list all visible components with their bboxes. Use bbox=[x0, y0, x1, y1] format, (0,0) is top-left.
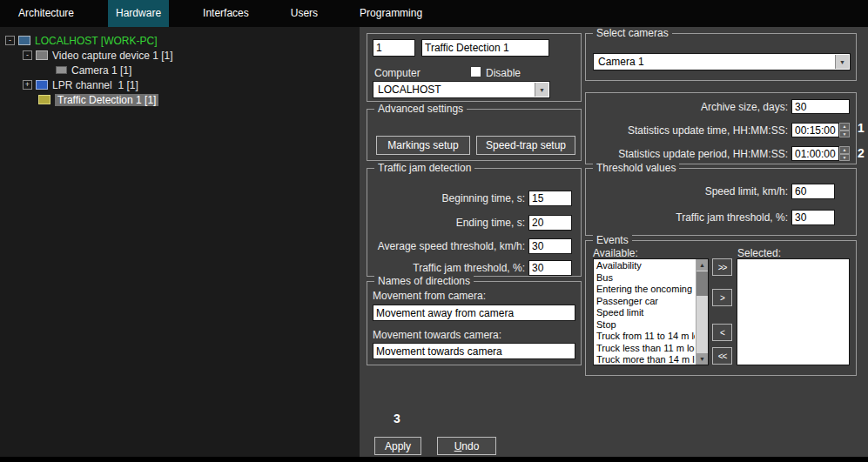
collapse-icon[interactable]: - bbox=[5, 36, 15, 45]
device-tree-panel: - LOCALHOST [WORK-PC] - Video capture de… bbox=[0, 27, 360, 457]
group-title: Select cameras bbox=[593, 27, 672, 39]
available-events-items: Availability Bus Entering the oncoming l… bbox=[594, 260, 695, 365]
available-events-list[interactable]: Availability Bus Entering the oncoming l… bbox=[593, 258, 709, 365]
statistics-update-period-spinner[interactable] bbox=[839, 146, 850, 161]
average-speed-threshold-input[interactable] bbox=[528, 238, 572, 254]
vertical-scrollbar[interactable] bbox=[696, 259, 708, 365]
object-id-input[interactable] bbox=[373, 39, 415, 57]
beginning-time-input[interactable] bbox=[528, 191, 572, 206]
archive-size-input[interactable] bbox=[791, 99, 850, 114]
spinner-up-icon[interactable] bbox=[839, 123, 850, 131]
list-item[interactable]: Entering the oncoming la bbox=[594, 284, 695, 296]
tab-programming[interactable]: Programming bbox=[352, 0, 430, 27]
group-title: Threshold values bbox=[593, 162, 679, 174]
ending-time-label: Ending time, s: bbox=[369, 217, 525, 229]
scrollbar-thumb[interactable] bbox=[696, 271, 708, 296]
available-label: Available: bbox=[593, 247, 638, 259]
expand-icon[interactable]: + bbox=[23, 80, 32, 90]
camera-icon bbox=[56, 66, 67, 74]
tab-architecture[interactable]: Architecture bbox=[10, 0, 82, 27]
chevron-down-icon[interactable] bbox=[535, 83, 548, 97]
computer-label: Computer bbox=[374, 67, 421, 79]
tab-interfaces[interactable]: Interfaces bbox=[195, 0, 257, 27]
identity-group: Computer Disable LOCALHOST bbox=[367, 33, 582, 102]
speed-trap-setup-button[interactable]: Speed-trap setup bbox=[476, 136, 575, 155]
statistics-update-time-input[interactable] bbox=[791, 123, 839, 137]
statistics-update-period-input[interactable] bbox=[791, 146, 839, 161]
statistics-update-time-label: Statistics update time, HH:MM:SS: bbox=[591, 124, 788, 137]
events-group: Events Available: Selected: Availability… bbox=[585, 240, 857, 376]
names-of-directions-group: Names of directions Movement from camera… bbox=[367, 281, 582, 365]
tree-item-camera[interactable]: Camera 1 [1] bbox=[0, 63, 360, 77]
list-item[interactable]: Truck from 11 to 14 m lo bbox=[594, 331, 695, 343]
selected-label: Selected: bbox=[737, 247, 781, 259]
statistics-group: Archive size, days: Statistics update ti… bbox=[585, 92, 857, 164]
disable-label: Disable bbox=[486, 67, 521, 79]
group-title: Advanced settings bbox=[374, 103, 467, 115]
movement-from-camera-input[interactable] bbox=[373, 305, 575, 321]
movement-towards-camera-label: Movement towards camera: bbox=[373, 329, 501, 341]
tree-item-traffic-detection[interactable]: Traffic Detection 1 [1] bbox=[0, 92, 360, 107]
tree-item-localhost[interactable]: - LOCALHOST [WORK-PC] bbox=[0, 33, 360, 48]
selected-events-list[interactable] bbox=[737, 258, 850, 365]
camera-select[interactable]: Camera 1 bbox=[593, 53, 851, 70]
group-title: Events bbox=[593, 234, 632, 246]
undo-rest: ndo bbox=[461, 440, 479, 452]
spinner-up-icon[interactable] bbox=[839, 146, 850, 154]
group-title: Names of directions bbox=[374, 275, 474, 287]
apply-button[interactable]: Apply bbox=[374, 437, 421, 455]
move-all-left-button[interactable]: << bbox=[712, 347, 732, 365]
ending-time-input[interactable] bbox=[528, 215, 572, 231]
threshold-values-group: Threshold values Speed limit, km/h: Traf… bbox=[585, 168, 857, 236]
move-all-right-button[interactable]: >> bbox=[712, 258, 732, 276]
traffic-jam-threshold-input[interactable] bbox=[528, 260, 572, 276]
speed-limit-label: Speed limit, km/h: bbox=[591, 185, 788, 198]
main-menu-bar: Architecture Hardware Interfaces Users P… bbox=[0, 0, 868, 27]
tree-item-label-selected: Traffic Detection 1 [1] bbox=[55, 94, 158, 106]
tab-hardware[interactable]: Hardware bbox=[108, 0, 169, 27]
tree-item-lpr-channel[interactable]: + LPR channel 1 [1] bbox=[0, 77, 360, 92]
list-item[interactable]: Passenger car bbox=[594, 296, 695, 308]
list-item[interactable]: Bus bbox=[594, 272, 695, 285]
beginning-time-label: Beginning time, s: bbox=[369, 192, 525, 204]
disable-checkbox[interactable] bbox=[470, 66, 481, 77]
statistics-update-time-spinner[interactable] bbox=[839, 123, 850, 137]
list-item[interactable]: Truck less than 11 m lon bbox=[594, 343, 695, 355]
settings-panel: Computer Disable LOCALHOST Advanced sett… bbox=[360, 27, 868, 457]
tab-users[interactable]: Users bbox=[283, 0, 326, 27]
tree-item-label: Video capture device 1 [1] bbox=[52, 50, 173, 62]
list-item[interactable]: Truck more than 14 m lo bbox=[594, 354, 695, 365]
object-name-input[interactable] bbox=[421, 39, 549, 57]
list-item[interactable]: Speed limit bbox=[594, 307, 695, 319]
speed-limit-input[interactable] bbox=[791, 184, 835, 199]
tree-item-video-capture-device[interactable]: - Video capture device 1 [1] bbox=[0, 48, 360, 63]
collapse-icon[interactable]: - bbox=[23, 50, 32, 60]
statistics-update-period-label: Statistics update period, HH:MM:SS: bbox=[591, 148, 788, 160]
callout-1: 1 bbox=[858, 121, 865, 135]
chevron-down-icon[interactable] bbox=[835, 55, 849, 69]
spinner-down-icon[interactable] bbox=[839, 131, 850, 138]
movement-from-camera-label: Movement from camera: bbox=[373, 290, 486, 302]
select-cameras-group: Select cameras Camera 1 bbox=[585, 33, 857, 81]
list-item[interactable]: Stop bbox=[594, 319, 695, 331]
traffic-jam-detection-group: Traffic jam detection Beginning time, s:… bbox=[367, 168, 582, 277]
computer-icon bbox=[18, 36, 30, 45]
average-speed-threshold-label: Average speed threshold, km/h: bbox=[369, 240, 525, 252]
undo-button[interactable]: Undo bbox=[437, 437, 496, 455]
traffic-jam-threshold-pct-input[interactable] bbox=[791, 210, 835, 225]
tree-item-label: LOCALHOST [WORK-PC] bbox=[35, 35, 157, 47]
group-title: Traffic jam detection bbox=[374, 162, 474, 174]
lpr-channel-icon bbox=[36, 80, 48, 90]
move-left-button[interactable]: < bbox=[712, 324, 732, 341]
list-item[interactable]: Availability bbox=[594, 260, 695, 272]
computer-select[interactable]: LOCALHOST bbox=[373, 81, 550, 98]
move-right-button[interactable]: > bbox=[712, 289, 732, 306]
traffic-jam-threshold-pct-label: Traffic jam threshold, %: bbox=[591, 211, 788, 224]
movement-towards-camera-input[interactable] bbox=[373, 343, 575, 359]
markings-setup-button[interactable]: Markings setup bbox=[376, 136, 470, 155]
scroll-down-icon[interactable] bbox=[696, 353, 708, 365]
scroll-up-icon[interactable] bbox=[696, 259, 708, 271]
callout-3: 3 bbox=[394, 412, 400, 425]
callout-2: 2 bbox=[858, 146, 865, 160]
spinner-down-icon[interactable] bbox=[839, 154, 850, 162]
